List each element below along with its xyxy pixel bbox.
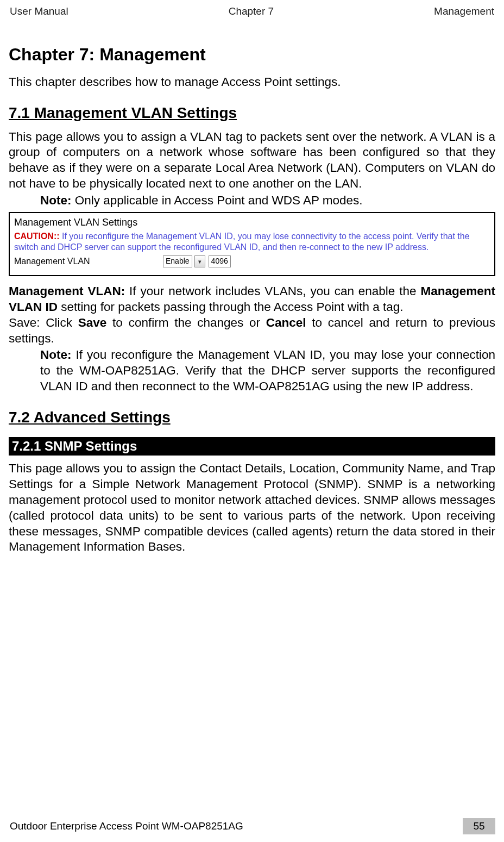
section-7-2-1-title: 7.2.1 SNMP Settings [9,437,495,456]
section-7-1-title: 7.1 Management VLAN Settings [9,103,495,123]
page-number: 55 [463,818,495,834]
section-7-1-note2: Note: If you reconfigure the Management … [40,347,495,394]
ss-caution-line: CAUTION:: If you reconfigure the Managem… [14,231,490,254]
mv-text1: If your network includes VLANs, you can … [125,284,420,298]
mv-label: Management VLAN: [9,284,125,298]
chapter-title: Chapter 7: Management [9,43,495,66]
section-7-1-note: Note: Only applicable in Access Point an… [40,193,495,209]
chapter-intro: This chapter describes how to manage Acc… [9,74,495,90]
section-7-2-title: 7.2 Advanced Settings [9,408,495,427]
save-t1: Save: Click [9,316,78,329]
save-t2: to confirm the changes or [106,316,266,329]
footer-title: Outdoor Enterprise Access Point WM-OAP82… [9,818,463,834]
note-label: Note: [40,194,72,207]
save-b1: Save [78,316,107,329]
note2-text: If you reconfigure the Management VLAN I… [40,348,495,393]
section-7-1-para: This page allows you to assign a VLAN ta… [9,129,495,192]
note-text: Only applicable in Access Point and WDS … [72,194,363,207]
ss-vlan-label: Management VLAN [14,256,161,267]
save-b2: Cancel [266,316,306,329]
save-cancel-desc: Save: Click Save to confirm the changes … [9,315,495,347]
ss-vlan-row: Management VLAN Enable▾ 4096 [14,255,490,267]
vlan-id-input[interactable]: 4096 [209,255,231,267]
ss-caution-label: CAUTION:: [14,232,60,241]
header-left: User Manual [10,5,68,17]
header-right: Management [434,5,494,17]
ss-caution-text: If you reconfigure the Management VLAN I… [14,232,470,252]
section-7-2-1-para: This page allows you to assign the Conta… [9,461,495,555]
vlan-enable-select[interactable]: Enable [163,255,192,267]
vlan-settings-screenshot: Management VLAN Settings CAUTION:: If yo… [9,212,495,277]
page-header: User Manual Chapter 7 Management [9,5,495,22]
header-center: Chapter 7 [229,5,274,17]
page-footer: Outdoor Enterprise Access Point WM-OAP82… [9,818,495,834]
note2-label: Note: [40,348,72,361]
dropdown-arrow-icon[interactable]: ▾ [194,255,205,267]
ss-section-title: Management VLAN Settings [14,216,490,229]
management-vlan-desc: Management VLAN: If your network include… [9,284,495,315]
mv-text2: setting for packets passing through the … [58,300,404,314]
